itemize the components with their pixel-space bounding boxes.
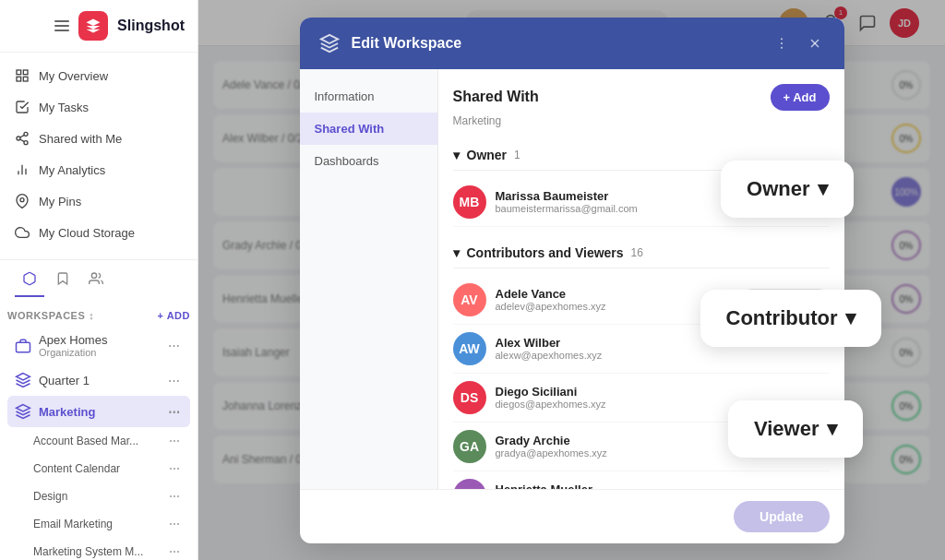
add-member-button[interactable]: + Add bbox=[771, 84, 830, 111]
avatar-marissa: MB bbox=[453, 185, 486, 219]
workspace-quarter-more[interactable]: ⋯ bbox=[164, 371, 183, 389]
sidebar-item-overview[interactable]: My Overview bbox=[0, 60, 197, 91]
shared-with-header: Shared With + Add bbox=[453, 84, 830, 111]
sidebar-item-shared-label: Shared with Me bbox=[39, 132, 122, 146]
workspace-quarter[interactable]: Quarter 1 ⋯ bbox=[7, 364, 190, 396]
layers-header-icon bbox=[319, 33, 340, 54]
add-workspace-button[interactable]: + Add bbox=[158, 310, 190, 321]
sidebar-item-overview-label: My Overview bbox=[39, 69, 108, 83]
sub-item-3-label: Email Marketing bbox=[33, 518, 113, 530]
svg-point-4 bbox=[24, 132, 28, 136]
contributors-label: Contributors and Viewers bbox=[467, 245, 624, 260]
workspace-apex-sub: Organization bbox=[39, 347, 157, 358]
svg-marker-16 bbox=[17, 405, 30, 412]
modal-footer: Update bbox=[300, 489, 844, 543]
svg-rect-3 bbox=[23, 77, 28, 81]
workspace-marketing[interactable]: Marketing ⋯ bbox=[7, 396, 190, 427]
modal-nav-information[interactable]: Information bbox=[300, 80, 437, 113]
ws-tab-people[interactable] bbox=[81, 266, 111, 297]
modal-title: Edit Workspace bbox=[352, 35, 462, 52]
svg-rect-0 bbox=[17, 70, 21, 75]
modal-more-button[interactable] bbox=[769, 30, 795, 56]
main-area: MB 1 JD Adele Vance / 0/10% Alex Wilber … bbox=[198, 0, 945, 560]
sub-item-0[interactable]: Account Based Mar... ⋯ bbox=[7, 427, 190, 455]
sort-icon[interactable]: ↕ bbox=[89, 310, 94, 321]
sidebar-item-pins-label: My Pins bbox=[39, 195, 81, 209]
svg-line-7 bbox=[20, 139, 25, 142]
svg-point-21 bbox=[781, 42, 783, 44]
viewer-dropdown[interactable]: Viewer ▾ bbox=[728, 400, 863, 458]
workspace-apex[interactable]: Apex Homes Organization ⋯ bbox=[7, 327, 190, 364]
sub-item-3[interactable]: Email Marketing ⋯ bbox=[7, 510, 190, 538]
workspace-quarter-info: Quarter 1 bbox=[39, 374, 157, 387]
update-button[interactable]: Update bbox=[734, 501, 829, 532]
sub-item-1[interactable]: Content Calendar ⋯ bbox=[7, 455, 190, 483]
sub-item-3-more[interactable]: ⋯ bbox=[166, 516, 183, 532]
sidebar-item-cloud[interactable]: My Cloud Storage bbox=[0, 217, 197, 248]
layers-icon bbox=[15, 372, 31, 388]
workspaces-section: Workspaces ↕ + Add Apex Homes Organizati… bbox=[0, 310, 197, 560]
sub-item-4[interactable]: Marketing System M... ⋯ bbox=[7, 538, 190, 560]
app-logo bbox=[78, 11, 108, 41]
sub-item-2-more[interactable]: ⋯ bbox=[166, 488, 183, 505]
sidebar-item-shared[interactable]: Shared with Me bbox=[0, 123, 197, 154]
sub-item-4-more[interactable]: ⋯ bbox=[166, 543, 183, 560]
svg-point-13 bbox=[91, 273, 96, 278]
ws-tab-workspaces[interactable] bbox=[15, 266, 44, 297]
sub-item-0-more[interactable]: ⋯ bbox=[166, 433, 183, 449]
hamburger-menu[interactable] bbox=[54, 20, 69, 31]
modal-header-actions bbox=[769, 30, 828, 56]
ws-tabs-container bbox=[0, 259, 197, 310]
contributor-dropdown[interactable]: Contributor ▾ bbox=[700, 290, 881, 347]
sidebar-nav: My Overview My Tasks Shared with Me My A… bbox=[0, 53, 197, 256]
sub-item-2[interactable]: Design ⋯ bbox=[7, 483, 190, 510]
user-email-grady: gradya@apexhomes.xyz bbox=[496, 447, 733, 459]
sidebar-item-analytics[interactable]: My Analytics bbox=[0, 154, 197, 185]
shared-with-subtitle: Marketing bbox=[453, 114, 830, 127]
contributors-chevron-icon: ▾ bbox=[453, 245, 460, 260]
viewer-dropdown-label: Viewer bbox=[754, 417, 819, 441]
sub-item-1-more[interactable]: ⋯ bbox=[166, 460, 183, 477]
svg-rect-14 bbox=[17, 342, 30, 352]
tasks-icon bbox=[15, 100, 30, 114]
add-btn-label: + Add bbox=[784, 90, 817, 104]
workspace-quarter-name: Quarter 1 bbox=[39, 374, 157, 387]
sub-item-1-label: Content Calendar bbox=[33, 462, 120, 475]
user-info-adele: Adele Vance adelev@apexhomes.xyz bbox=[496, 287, 733, 312]
share-icon bbox=[15, 131, 30, 146]
modal-nav-dashboards[interactable]: Dashboards bbox=[300, 145, 437, 177]
workspace-apex-info: Apex Homes Organization bbox=[39, 333, 157, 358]
modal-nav-shared-with[interactable]: Shared With bbox=[300, 113, 437, 145]
avatar-grady: GA bbox=[453, 430, 486, 463]
owner-dropdown-label: Owner bbox=[747, 177, 809, 201]
sidebar-item-tasks[interactable]: My Tasks bbox=[0, 91, 197, 123]
sidebar-item-pins[interactable]: My Pins bbox=[0, 185, 197, 217]
modal-header-icon bbox=[317, 30, 342, 56]
workspace-marketing-more[interactable]: ⋯ bbox=[164, 402, 183, 421]
workspace-marketing-name: Marketing bbox=[39, 405, 157, 419]
svg-line-8 bbox=[20, 135, 25, 137]
sidebar: Slingshot My Overview My Tasks Shared wi… bbox=[0, 0, 198, 560]
close-icon bbox=[807, 36, 822, 51]
pin-icon bbox=[15, 194, 30, 209]
sub-item-2-label: Design bbox=[33, 490, 67, 503]
ws-tab-bookmarks[interactable] bbox=[48, 266, 78, 297]
grid-icon bbox=[15, 68, 30, 83]
sub-item-0-label: Account Based Mar... bbox=[33, 435, 138, 447]
workspace-apex-name: Apex Homes bbox=[39, 333, 157, 347]
svg-marker-15 bbox=[17, 374, 30, 381]
modal-overlay[interactable]: Edit Workspace Info bbox=[198, 0, 945, 560]
sidebar-item-analytics-label: My Analytics bbox=[39, 163, 105, 177]
avatar-alex: AW bbox=[453, 332, 486, 365]
user-email-alex: alexw@apexhomes.xyz bbox=[496, 350, 830, 361]
modal-close-button[interactable] bbox=[802, 30, 828, 56]
owner-dropdown[interactable]: Owner ▾ bbox=[721, 161, 853, 218]
svg-rect-2 bbox=[17, 77, 21, 81]
sidebar-item-tasks-label: My Tasks bbox=[39, 101, 89, 114]
workspace-apex-more[interactable]: ⋯ bbox=[164, 337, 183, 355]
more-icon bbox=[774, 36, 789, 51]
app-brand: Slingshot bbox=[117, 18, 185, 34]
contributors-section-header[interactable]: ▾ Contributors and Viewers 16 bbox=[453, 238, 830, 268]
svg-point-6 bbox=[24, 141, 28, 145]
edit-workspace-modal: Edit Workspace Info bbox=[300, 18, 844, 543]
